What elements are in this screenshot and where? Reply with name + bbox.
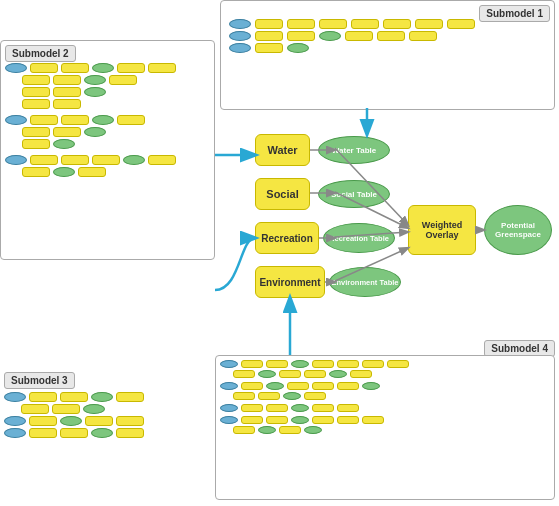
mini-node (287, 31, 315, 41)
mini-node (60, 416, 82, 426)
submodel3-label: Submodel 3 (4, 372, 75, 389)
mini-node (258, 370, 276, 378)
mini-node (229, 43, 251, 53)
mini-node (329, 370, 347, 378)
mini-node (84, 87, 106, 97)
mini-node (53, 127, 81, 137)
mini-node (304, 426, 322, 434)
mini-node (92, 63, 114, 73)
mini-node (84, 127, 106, 137)
mini-node (233, 426, 255, 434)
recreation-table-node: Recreation Table (323, 223, 395, 253)
mini-node (123, 155, 145, 165)
mini-node (29, 416, 57, 426)
mini-node (30, 115, 58, 125)
mini-node (91, 392, 113, 402)
mini-node (377, 31, 405, 41)
mini-node (92, 115, 114, 125)
mini-node (60, 392, 88, 402)
environment-row: Environment Environment Table (255, 266, 401, 298)
mini-node (148, 63, 176, 73)
weighted-overlay-row: Weighted Overlay (408, 205, 476, 255)
mini-node (83, 404, 105, 414)
mini-node (52, 404, 80, 414)
mini-node (84, 75, 106, 85)
mini-node (53, 99, 81, 109)
mini-node (78, 167, 106, 177)
mini-node (387, 360, 409, 368)
mini-node (5, 63, 27, 73)
mini-node (220, 360, 238, 368)
mini-node (29, 392, 57, 402)
mini-node (22, 87, 50, 97)
water-table-node: Water Table (318, 136, 390, 164)
mini-node (5, 115, 27, 125)
mini-node (279, 426, 301, 434)
mini-node (4, 392, 26, 402)
mini-node (266, 404, 288, 412)
mini-node (319, 31, 341, 41)
mini-node (229, 19, 251, 29)
mini-node (30, 155, 58, 165)
mini-node (383, 19, 411, 29)
mini-node (255, 43, 283, 53)
mini-node (255, 19, 283, 29)
mini-node (291, 360, 309, 368)
mini-node (117, 63, 145, 73)
mini-node (337, 404, 359, 412)
submodel2-box: Submodel 2 (0, 40, 215, 260)
mini-node (22, 139, 50, 149)
mini-node (312, 360, 334, 368)
mini-node (60, 428, 88, 438)
mini-node (350, 370, 372, 378)
mini-node (241, 404, 263, 412)
mini-node (148, 155, 176, 165)
mini-node (116, 428, 144, 438)
mini-node (362, 382, 380, 390)
mini-node (233, 370, 255, 378)
submodel1-label: Submodel 1 (479, 5, 550, 22)
mini-node (258, 392, 280, 400)
mini-node (241, 382, 263, 390)
mini-node (53, 87, 81, 97)
submodel2-label: Submodel 2 (5, 45, 76, 62)
mini-node (283, 392, 301, 400)
mini-node (61, 63, 89, 73)
mini-node (220, 404, 238, 412)
recreation-node: Recreation (255, 222, 319, 254)
mini-node (266, 416, 288, 424)
mini-node (241, 360, 263, 368)
mini-node (229, 31, 251, 41)
mini-node (220, 416, 238, 424)
mini-node (279, 370, 301, 378)
mini-node (266, 360, 288, 368)
mini-node (312, 404, 334, 412)
potential-greenspace-node: Potential Greenspace (484, 205, 552, 255)
mini-node (53, 75, 81, 85)
mini-node (337, 416, 359, 424)
mini-node (21, 404, 49, 414)
mini-node (287, 43, 309, 53)
recreation-row: Recreation Recreation Table (255, 222, 395, 254)
mini-node (415, 19, 443, 29)
mini-node (22, 167, 50, 177)
mini-node (91, 428, 113, 438)
mini-node (312, 416, 334, 424)
mini-node (345, 31, 373, 41)
mini-node (304, 370, 326, 378)
mini-node (319, 19, 347, 29)
mini-node (22, 75, 50, 85)
mini-node (351, 19, 379, 29)
mini-node (5, 155, 27, 165)
mini-node (287, 19, 315, 29)
mini-node (53, 167, 75, 177)
mini-node (109, 75, 137, 85)
mini-node (116, 392, 144, 402)
potential-greenspace-row: Potential Greenspace (484, 205, 552, 255)
mini-node (4, 428, 26, 438)
mini-node (241, 416, 263, 424)
mini-node (362, 416, 384, 424)
social-node: Social (255, 178, 310, 210)
mini-node (92, 155, 120, 165)
mini-node (220, 382, 238, 390)
